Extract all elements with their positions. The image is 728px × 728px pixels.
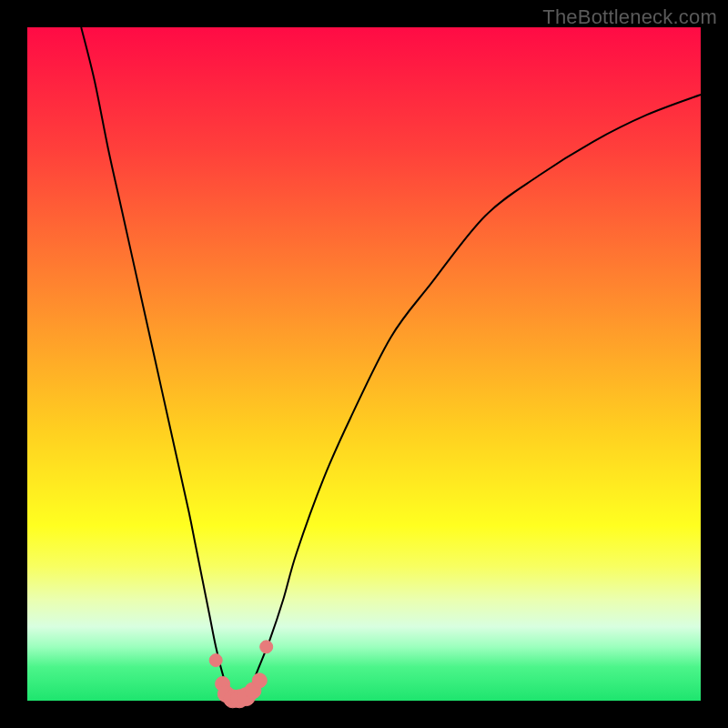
marker-group (209, 641, 273, 708)
plot-area (27, 27, 701, 701)
marker-point (209, 654, 222, 667)
watermark-text: TheBottleneck.com (542, 5, 717, 29)
marker-point (252, 673, 267, 688)
chart-frame: TheBottleneck.com (0, 0, 728, 728)
chart-svg (27, 27, 701, 701)
bottleneck-curve (81, 27, 701, 702)
marker-point (260, 641, 273, 653)
